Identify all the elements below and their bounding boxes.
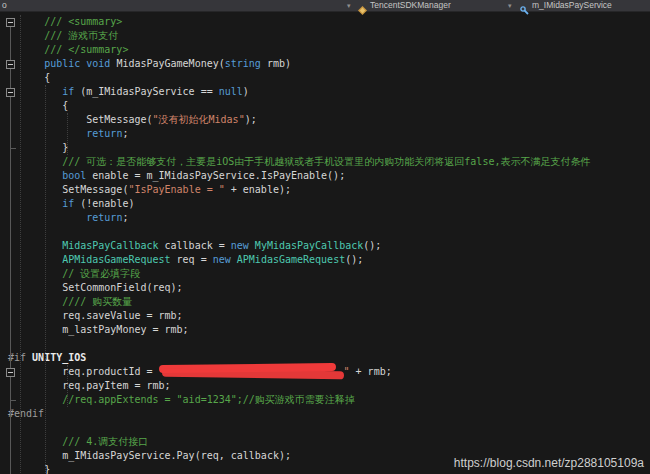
code-token: APMidasGameRequest xyxy=(237,254,345,265)
code-line: if (!enable) xyxy=(0,197,650,211)
code-token: null xyxy=(219,86,243,97)
code-token: m_lastPayMoney = rmb; xyxy=(62,324,188,335)
code-line: /// <summary> xyxy=(0,15,650,29)
code-token: SetMessage( xyxy=(62,184,128,195)
indent xyxy=(8,268,62,279)
code-token: ) xyxy=(243,86,249,97)
code-token: // 设置必填字段 xyxy=(62,268,140,279)
code-line: #endif xyxy=(0,407,650,421)
member-dropdown[interactable]: m_IMidasPayService xyxy=(532,0,612,11)
code-line: APMidasGameRequest req = new APMidasGame… xyxy=(0,253,650,267)
indent xyxy=(8,114,86,125)
indent xyxy=(8,198,62,209)
code-line: /// </summary> xyxy=(0,43,650,57)
code-token: ; xyxy=(122,128,128,139)
code-line: /// 游戏币支付 xyxy=(0,29,650,43)
indent xyxy=(8,72,44,83)
code-line: bool enable = m_IMidasPayService.IsPayEn… xyxy=(0,169,650,183)
indent xyxy=(8,44,44,55)
code-line xyxy=(0,421,650,435)
code-token: MyMidasPayCallback xyxy=(255,240,363,251)
code-token: APMidasGameRequest xyxy=(62,254,170,265)
redaction-scribble xyxy=(159,365,344,377)
code-line: { xyxy=(0,99,650,113)
indent xyxy=(8,380,62,391)
code-token: + enable); xyxy=(225,184,291,195)
project-dropdown-partial[interactable]: o xyxy=(2,0,7,11)
code-line: return; xyxy=(0,211,650,225)
code-token: req.saveValue = rmb; xyxy=(62,310,182,321)
class-dropdown[interactable]: TencentSDKManager xyxy=(370,0,451,11)
indent xyxy=(8,296,62,307)
indent xyxy=(8,30,44,41)
indent xyxy=(8,464,44,474)
code-token: (); xyxy=(345,254,363,265)
chevron-down-icon[interactable]: ▾ xyxy=(347,0,351,11)
code-line xyxy=(0,337,650,351)
code-token: /// <summary> xyxy=(44,16,122,27)
code-editor[interactable]: /// <summary> /// 游戏币支付 /// </summary> p… xyxy=(0,11,650,474)
code-token: req.productId = xyxy=(62,366,158,377)
code-token: "IsPayEnable = " xyxy=(128,184,224,195)
code-line: //// 购买数量 xyxy=(0,295,650,309)
code-line: } xyxy=(0,141,650,155)
code-token: (!enable) xyxy=(74,198,134,209)
code-token: m_IMidasPayService.Pay(req, callback); xyxy=(62,450,291,461)
indent xyxy=(8,240,62,251)
code-token: ); xyxy=(245,114,257,125)
code-token: bool xyxy=(62,170,86,181)
indent xyxy=(8,366,62,377)
indent xyxy=(8,450,62,461)
code-token: } xyxy=(44,464,50,474)
code-token: rmb) xyxy=(261,58,291,69)
indent xyxy=(8,142,62,153)
code-line: req.saveValue = rmb; xyxy=(0,309,650,323)
code-line: /// 可选：是否能够支付，主要是iOS由于手机越狱或者手机设置里的内购功能关闭… xyxy=(0,155,650,169)
code-token: //req.appExtends = "aid=1234";//购买游戏币需要注… xyxy=(62,394,355,405)
indent xyxy=(8,128,86,139)
indent xyxy=(8,16,44,27)
code-token: req.payItem = rmb; xyxy=(62,380,170,391)
code-token: SetCommonField(req); xyxy=(62,282,182,293)
code-token: ; xyxy=(122,212,128,223)
code-token: { xyxy=(62,100,68,111)
code-token: (); xyxy=(363,240,381,251)
code-token: public void xyxy=(44,58,116,69)
indent xyxy=(8,86,62,97)
code-line: req.payItem = rmb; xyxy=(0,379,650,393)
indent xyxy=(8,170,62,181)
indent xyxy=(8,184,62,195)
code-line xyxy=(0,225,650,239)
code-token: if xyxy=(62,86,74,97)
code-token: //// 购买数量 xyxy=(62,296,132,307)
code-line: if (m_IMidasPayService == null) xyxy=(0,85,650,99)
code-token: #endif xyxy=(8,408,44,419)
code-token: "没有初始化Midas" xyxy=(153,114,245,125)
indent xyxy=(8,254,62,265)
indent xyxy=(8,58,44,69)
code-token: callback = xyxy=(159,240,231,251)
indent xyxy=(8,436,62,447)
code-token: #if xyxy=(8,352,32,363)
indent xyxy=(8,156,62,167)
code-token: SetMessage( xyxy=(86,114,152,125)
code-editor-window: o ▾ TencentSDKManager ▾ m_IMidasPayServi… xyxy=(0,0,650,474)
code-token: } xyxy=(62,142,68,153)
code-token: new xyxy=(231,240,249,251)
indent xyxy=(8,100,62,111)
indent xyxy=(8,282,62,293)
chevron-down-icon[interactable]: ▾ xyxy=(508,0,512,11)
code-token: /// 游戏币支付 xyxy=(44,30,118,41)
code-token: + rmb; xyxy=(350,366,392,377)
code-line: { xyxy=(0,71,650,85)
code-token: /// </summary> xyxy=(44,44,128,55)
code-token: MidasPayCallback xyxy=(62,240,158,251)
code-line: /// 4.调支付接口 xyxy=(0,435,650,449)
indent xyxy=(8,394,62,405)
code-token: /// 可选：是否能够支付，主要是iOS由于手机越狱或者手机设置里的内购功能关闭… xyxy=(62,156,590,167)
code-line: SetCommonField(req); xyxy=(0,281,650,295)
code-token: /// 4.调支付接口 xyxy=(62,436,148,447)
indent xyxy=(8,212,86,223)
code-line: return; xyxy=(0,127,650,141)
code-token: MidasPayGameMoney( xyxy=(116,58,224,69)
